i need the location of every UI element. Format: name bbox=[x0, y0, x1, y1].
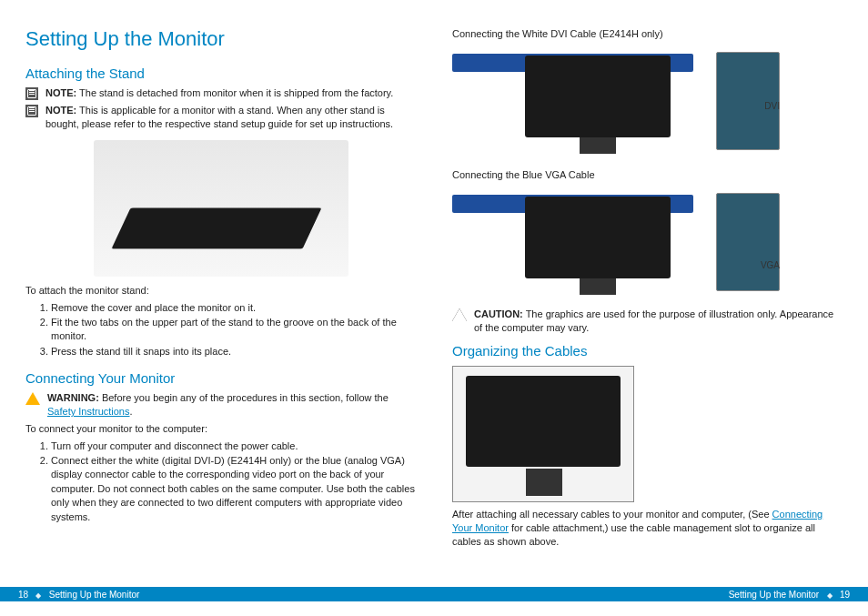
right-column: Connecting the White DVI Cable (E2414H o… bbox=[452, 27, 843, 582]
note-1: NOTE: The stand is detached from monitor… bbox=[25, 86, 416, 100]
connecting-steps: Turn off your computer and disconnect th… bbox=[25, 439, 416, 525]
vga-port-label: VGA bbox=[761, 260, 780, 270]
note-text: The stand is detached from monitor when … bbox=[76, 87, 393, 98]
page-title: Setting Up the Monitor bbox=[25, 27, 416, 51]
attaching-lead: To attach the monitor stand: bbox=[25, 284, 416, 298]
dvi-caption: Connecting the White DVI Cable (E2414H o… bbox=[452, 27, 843, 41]
note-text: This is applicable for a monitor with a … bbox=[45, 105, 393, 129]
warning-text: Before you begin any of the procedures i… bbox=[99, 392, 389, 403]
footer-right: Setting Up the Monitor ◆ 19 bbox=[729, 590, 850, 600]
list-item: Remove the cover and place the monitor o… bbox=[51, 301, 416, 315]
warning-text-after: . bbox=[130, 406, 133, 417]
warning-icon bbox=[25, 392, 40, 405]
heading-connecting: Connecting Your Monitor bbox=[25, 370, 416, 386]
note-icon bbox=[25, 105, 38, 117]
note-2: NOTE: This is applicable for a monitor w… bbox=[25, 104, 416, 131]
heading-attaching: Attaching the Stand bbox=[25, 66, 416, 81]
list-item: Connect either the white (digital DVI-D)… bbox=[51, 454, 416, 524]
note-label: NOTE: bbox=[45, 105, 76, 116]
warning-row: WARNING: Before you begin any of the pro… bbox=[25, 391, 416, 419]
cable-organization-illustration bbox=[452, 366, 634, 502]
caution-row: CAUTION: The graphics are used for the p… bbox=[452, 308, 843, 335]
caution-label: CAUTION: bbox=[474, 308, 523, 319]
stand-assembly-illustration bbox=[94, 140, 348, 277]
list-item: Fit the two tabs on the upper part of th… bbox=[51, 316, 416, 344]
footer-left: 18 ◆ Setting Up the Monitor bbox=[18, 590, 139, 600]
warning-label: WARNING: bbox=[47, 392, 99, 403]
caution-text: The graphics are used for the purpose of… bbox=[474, 308, 833, 333]
vga-connection-illustration: VGA bbox=[452, 189, 780, 298]
organizing-text: After attaching all necessary cables to … bbox=[452, 508, 843, 549]
vga-caption: Connecting the Blue VGA Cable bbox=[452, 168, 843, 182]
left-column: Setting Up the Monitor Attaching the Sta… bbox=[25, 27, 416, 582]
list-item: Turn off your computer and disconnect th… bbox=[51, 439, 416, 453]
list-item: Press the stand till it snaps into its p… bbox=[51, 345, 416, 358]
note-icon bbox=[25, 87, 38, 100]
safety-instructions-link[interactable]: Safety Instructions bbox=[47, 406, 130, 417]
heading-organizing: Organizing the Cables bbox=[452, 343, 843, 358]
attaching-steps: Remove the cover and place the monitor o… bbox=[25, 301, 416, 360]
note-label: NOTE: bbox=[45, 87, 76, 98]
connecting-lead: To connect your monitor to the computer: bbox=[25, 422, 416, 436]
dvi-port-label: DVI bbox=[764, 101, 780, 111]
dvi-connection-illustration: DVI bbox=[452, 48, 780, 157]
page-footer: 18 ◆ Setting Up the Monitor Setting Up t… bbox=[0, 587, 868, 601]
caution-icon bbox=[452, 308, 467, 321]
